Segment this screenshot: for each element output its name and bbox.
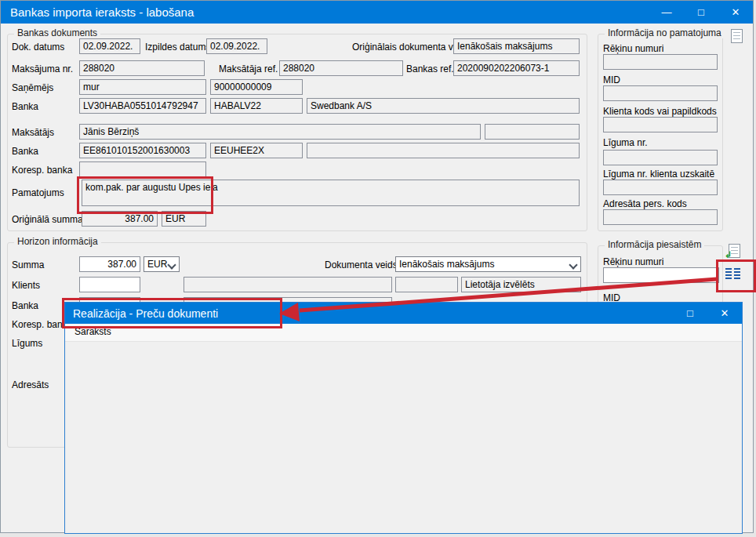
liguma-nr-field [603, 150, 718, 165]
sanemejs-regnr-field: 90000000009 [210, 79, 303, 95]
sanemejs-label: Saņēmējs [12, 82, 53, 93]
menu-saraksts[interactable]: Saraksts [68, 324, 118, 339]
chevron-down-icon [167, 260, 176, 269]
attach-list-icon[interactable] [725, 268, 740, 279]
popup-close-button[interactable]: ✕ [707, 303, 742, 324]
group-legend: Informācija piesaistēm [605, 239, 704, 250]
maximize-icon: □ [698, 6, 704, 18]
klienta-kods-label: Klienta kods vai papildkods [603, 106, 717, 117]
menu-bar: Saraksts [65, 324, 742, 342]
realizacija-titlebar[interactable]: Realizācija - Preču dokumenti □ ✕ [65, 303, 742, 324]
maksatajs-extra-field [485, 124, 580, 140]
popup-maximize-button[interactable]: □ [673, 303, 707, 324]
banka-bic-field: HABALV22 [210, 98, 303, 114]
maksataja-ref-label: Maksātāja ref. [219, 63, 278, 74]
sanemejs-name-field: mur [79, 79, 206, 95]
klients-input[interactable] [79, 277, 140, 292]
koresp-banka-field [79, 161, 206, 177]
close-icon: ✕ [721, 307, 729, 319]
banka-iban-field: LV30HABA0551014792947 [79, 98, 206, 114]
klients-name-field [184, 277, 392, 292]
banka2-bic-field: EEUHEE2X [210, 143, 303, 158]
klienta-kods-field [603, 117, 718, 132]
banka2-name-field [307, 143, 580, 158]
valuta-select[interactable]: EUR [144, 256, 180, 272]
close-icon: ✕ [732, 6, 740, 18]
originala-valuta-field: EUR [162, 211, 206, 227]
group-legend: Informācija no pamatojuma [605, 27, 725, 38]
ligums-label: Līgums [12, 338, 42, 349]
statuss-field: Lietotāja izvēlēts [461, 277, 581, 292]
document-icon[interactable] [731, 29, 743, 43]
maksajuma-nr-field: 288020 [79, 60, 205, 76]
window-title: Bankas importa ieraksts - labošana [10, 5, 194, 19]
adresats-label: Adresāts [12, 379, 49, 390]
klients-extra-field [395, 277, 458, 292]
import-attachment-icon[interactable]: ↲ [729, 244, 740, 258]
mid-field [603, 85, 718, 101]
maksatajs-field: Jānis Bērziņš [79, 124, 481, 140]
rekinu-numuri-label: Rēķinu numuri [603, 43, 663, 54]
dok-datums-field: 02.09.2022. [79, 38, 140, 54]
koresp-banka-label: Koresp. banka [12, 165, 72, 176]
dokumenta-veids-label: Dokumenta veids [325, 259, 398, 270]
close-button[interactable]: ✕ [718, 1, 753, 24]
banka-label: Banka [12, 101, 38, 112]
liguma-nr-uzskaite-label: Līguma nr. klienta uzskaitē [603, 169, 714, 180]
horizon-banka-label: Banka [12, 300, 38, 311]
minimize-icon: — [662, 6, 672, 18]
banka2-label: Banka [12, 146, 38, 157]
maksajuma-nr-label: Maksājuma nr. [12, 63, 73, 74]
popup-title: Realizācija - Preču dokumenti [73, 307, 218, 320]
pamatojums-field: kom.pak. par augustu Upes iela [82, 180, 580, 206]
dokumenta-veids-select[interactable]: Ienākošais maksājums [395, 256, 581, 272]
realizacija-window: Realizācija - Preču dokumenti □ ✕ Saraks… [64, 302, 743, 534]
piesaistem-rekinu-label: Rēķinu numuri [603, 256, 663, 267]
chevron-down-icon [569, 260, 577, 269]
maksatajs-label: Maksātājs [12, 127, 54, 138]
banka-name-field: Swedbank A/S [307, 98, 580, 114]
liguma-nr-label: Līguma nr. [603, 137, 648, 148]
summa-label: Summa [12, 259, 44, 270]
group-legend: Bankas dokuments [14, 27, 100, 38]
rekinu-numuri-field [603, 54, 718, 70]
dok-datums-label: Dok. datums [12, 42, 64, 53]
original-veids-field: Ienākošais maksājums [453, 38, 580, 54]
bank-import-titlebar[interactable]: Bankas importa ieraksts - labošana — □ ✕ [1, 1, 753, 24]
minimize-button[interactable]: — [649, 1, 684, 24]
originala-summa-label: Oriģinālā summa [12, 214, 83, 225]
maksataja-ref-field: 288020 [279, 60, 403, 76]
piesaistem-rekinu-input[interactable] [603, 267, 719, 283]
banka2-iban-field: EE861010152001630003 [79, 143, 206, 158]
group-legend: Horizon informācija [14, 236, 101, 247]
summa-input[interactable]: 387.00 [79, 256, 140, 272]
maximize-icon: □ [687, 307, 693, 319]
bankas-ref-label: Bankas ref. [406, 63, 454, 74]
horizon-koresp-banka-label: Koresp. banka [12, 319, 72, 330]
mid-label: MID [603, 74, 620, 85]
adresata-pers-kods-field [603, 209, 718, 225]
liguma-nr-uzskaite-field [603, 180, 718, 195]
originala-summa-field: 387.00 [82, 211, 158, 227]
izpildes-datums-label: Izpildes datums [145, 42, 210, 53]
bankas-ref-field: 2020090202206073-1 [453, 60, 580, 76]
maximize-button[interactable]: □ [684, 1, 718, 24]
screen: Bankas importa ieraksts - labošana — □ ✕… [0, 0, 756, 537]
izpildes-datums-field: 02.09.2022. [206, 38, 267, 54]
adresata-pers-kods-label: Adresāta pers. kods [603, 198, 687, 209]
klients-label: Klients [12, 280, 40, 291]
pamatojums-label: Pamatojums [12, 187, 64, 198]
